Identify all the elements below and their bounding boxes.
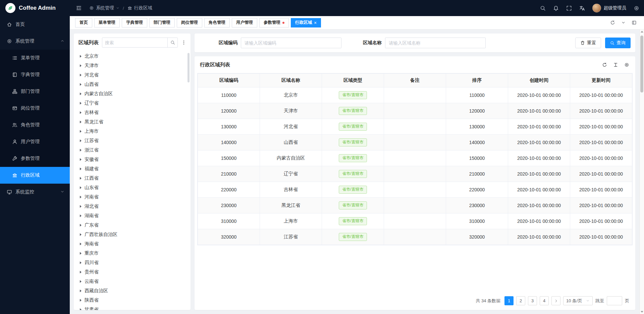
- column-header[interactable]: 区域编码: [198, 74, 260, 87]
- tree-item[interactable]: 北京市: [74, 52, 191, 61]
- breadcrumb-current[interactable]: 行政区域: [127, 5, 152, 11]
- column-header[interactable]: 更新时间: [570, 74, 632, 87]
- tree-item[interactable]: 安徽省: [74, 155, 191, 164]
- sidebar-item-dict-manage[interactable]: 字典管理: [0, 66, 70, 83]
- page-tab[interactable]: 角色管理: [204, 18, 230, 27]
- page-tab[interactable]: 参数管理: [259, 18, 289, 27]
- tree-scrollbar[interactable]: [187, 53, 190, 82]
- page-tab[interactable]: 部门管理: [149, 18, 175, 27]
- sidebar-item-menu-manage[interactable]: 菜单管理: [0, 50, 70, 66]
- sidebar-item-home[interactable]: 首页: [0, 16, 70, 33]
- caret-right-icon[interactable]: [80, 92, 82, 95]
- fullscreen-icon[interactable]: [566, 5, 572, 11]
- page-number-button[interactable]: 2: [516, 296, 525, 305]
- tree-item[interactable]: 河南省: [74, 192, 191, 202]
- tree-item[interactable]: 四川省: [74, 258, 191, 267]
- column-header[interactable]: 创建时间: [508, 74, 570, 87]
- page-tab[interactable]: 字典管理: [122, 18, 147, 27]
- row-height-icon[interactable]: [613, 62, 618, 67]
- tree-item[interactable]: 天津市: [74, 61, 191, 70]
- tree-item[interactable]: 陕西省: [74, 296, 191, 305]
- tree-item[interactable]: 湖北省: [74, 202, 191, 211]
- caret-right-icon[interactable]: [80, 299, 82, 302]
- table-row[interactable]: 220000 吉林省 省市/直辖市 220000 2020-10-01 00:0…: [198, 182, 632, 198]
- tree-search-input[interactable]: [102, 38, 167, 47]
- scroll-up-arrow[interactable]: [641, 31, 643, 33]
- table-row[interactable]: 110000 北京市 省市/直辖市 110000 2020-10-01 00:0…: [198, 87, 632, 103]
- caret-right-icon[interactable]: [80, 205, 82, 208]
- tree-item[interactable]: 海南省: [74, 239, 191, 249]
- page-tab[interactable]: 用户管理: [232, 18, 257, 27]
- tree-item[interactable]: 山东省: [74, 183, 191, 192]
- table-row[interactable]: 320000 江苏省 省市/直辖市 320000 2020-10-01 00:0…: [198, 229, 632, 245]
- tree-item[interactable]: 广东省: [74, 221, 191, 230]
- caret-right-icon[interactable]: [80, 290, 82, 292]
- page-tab[interactable]: 行政区域 ×: [291, 18, 321, 27]
- page-tab[interactable]: 岗位管理: [177, 18, 202, 27]
- jump-page-input[interactable]: [607, 296, 622, 305]
- caret-right-icon[interactable]: [80, 149, 82, 151]
- region-code-input[interactable]: [241, 38, 341, 48]
- reset-button[interactable]: 重置: [575, 38, 601, 48]
- sidebar-item-post-manage[interactable]: 岗位管理: [0, 100, 70, 117]
- chevron-down-icon[interactable]: [621, 20, 626, 25]
- table-row[interactable]: 210000 辽宁省 省市/直辖市 210000 2020-10-01 00:0…: [198, 166, 632, 182]
- tree-item[interactable]: 云南省: [74, 277, 191, 286]
- table-row[interactable]: 310000 上海市 省市/直辖市 310000 2020-10-01 00:0…: [198, 213, 632, 229]
- refresh-icon[interactable]: [610, 20, 615, 25]
- tree-item[interactable]: 河北省: [74, 70, 191, 80]
- caret-right-icon[interactable]: [80, 214, 82, 217]
- more-options-icon[interactable]: [181, 40, 186, 45]
- window-scrollbar[interactable]: [639, 29, 644, 314]
- column-header[interactable]: 区域类型: [322, 74, 384, 87]
- caret-right-icon[interactable]: [80, 186, 82, 189]
- search-icon[interactable]: [167, 38, 177, 47]
- sidebar-item-user-manage[interactable]: 用户管理: [0, 133, 70, 150]
- settings-gear-icon[interactable]: [634, 5, 639, 11]
- table-row[interactable]: 140000 山西省 省市/直辖市 140000 2020-10-01 00:0…: [198, 135, 632, 150]
- table-row[interactable]: 150000 内蒙古自治区 省市/直辖市 150000 2020-10-01 0…: [198, 150, 632, 166]
- tree-item[interactable]: 湖南省: [74, 211, 191, 221]
- caret-right-icon[interactable]: [80, 83, 82, 86]
- caret-right-icon[interactable]: [80, 243, 82, 245]
- query-button[interactable]: 查询: [605, 38, 631, 48]
- menu-fold-icon[interactable]: [76, 5, 82, 11]
- caret-right-icon[interactable]: [80, 130, 82, 133]
- tree-item[interactable]: 重庆市: [74, 249, 191, 258]
- table-row[interactable]: 130000 河北省 省市/直辖市 130000 2020-10-01 00:0…: [198, 119, 632, 135]
- search-icon[interactable]: [540, 5, 546, 11]
- caret-right-icon[interactable]: [80, 158, 82, 161]
- tree-item[interactable]: 吉林省: [74, 108, 191, 117]
- tree-item[interactable]: 西藏自治区: [74, 286, 191, 296]
- sidebar-item-role-manage[interactable]: 角色管理: [0, 117, 70, 133]
- tree-item[interactable]: 福建省: [74, 164, 191, 174]
- bell-icon[interactable]: [553, 5, 559, 11]
- caret-right-icon[interactable]: [80, 74, 82, 76]
- breadcrumb-group[interactable]: 系统管理: [89, 5, 119, 11]
- caret-right-icon[interactable]: [80, 308, 82, 310]
- caret-right-icon[interactable]: [80, 139, 82, 142]
- caret-right-icon[interactable]: [80, 196, 82, 198]
- column-header[interactable]: 排序: [446, 74, 508, 87]
- sidebar-item-dept-manage[interactable]: 部门管理: [0, 83, 70, 100]
- caret-right-icon[interactable]: [80, 121, 82, 123]
- column-settings-gear-icon[interactable]: [624, 62, 629, 67]
- sidebar-group-monitor[interactable]: 系统监控: [0, 184, 70, 200]
- page-tab[interactable]: 首页: [75, 18, 92, 27]
- caret-right-icon[interactable]: [80, 102, 82, 105]
- caret-right-icon[interactable]: [80, 224, 82, 227]
- table-row[interactable]: 230000 黑龙江省 省市/直辖市 230000 2020-10-01 00:…: [198, 198, 632, 213]
- caret-right-icon[interactable]: [80, 168, 82, 170]
- page-tab[interactable]: 菜单管理: [94, 18, 120, 27]
- caret-right-icon[interactable]: [80, 55, 82, 58]
- tree-item[interactable]: 内蒙古自治区: [74, 89, 191, 99]
- translate-icon[interactable]: [579, 5, 585, 11]
- caret-right-icon[interactable]: [80, 252, 82, 255]
- tree-item[interactable]: 上海市: [74, 127, 191, 136]
- caret-right-icon[interactable]: [80, 177, 82, 180]
- layout-icon[interactable]: [632, 20, 637, 25]
- caret-right-icon[interactable]: [80, 271, 82, 273]
- caret-right-icon[interactable]: [80, 261, 82, 264]
- refresh-icon[interactable]: [602, 62, 607, 67]
- tree-item[interactable]: 山西省: [74, 80, 191, 89]
